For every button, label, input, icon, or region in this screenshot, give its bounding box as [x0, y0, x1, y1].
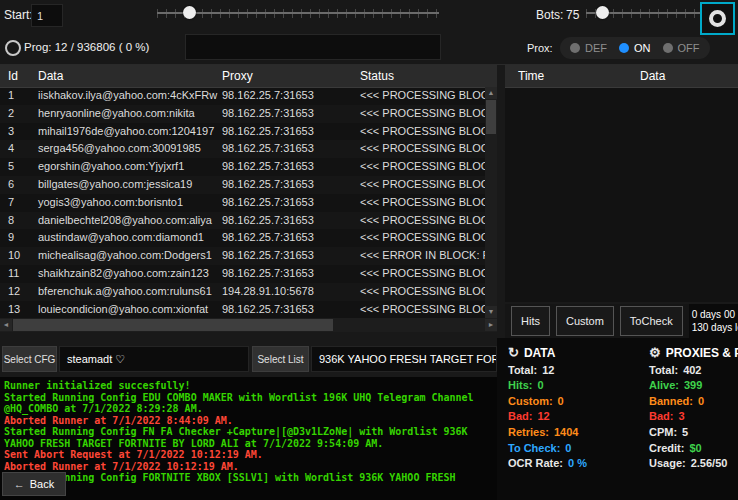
table-cell: 98.162.25.7:31653: [222, 265, 314, 283]
bots-slider-handle[interactable]: [596, 6, 609, 19]
wordlist-name-box: 936K YAHOO FRESH TARGET FORTNITE BY LORD…: [311, 346, 497, 372]
runner-window: Start: 1 Bots: 75 Prog: 12 / 936806 ( 0 …: [0, 0, 738, 500]
table-cell: 8: [8, 212, 14, 230]
back-arrow-icon: ←: [14, 478, 25, 490]
table-row[interactable]: 10michealisag@yahoo.com:Dodgers198.162.2…: [0, 247, 485, 265]
top-bar: Start: 1 Bots: 75 Prog: 12 / 936806 ( 0 …: [0, 0, 738, 65]
bots-slider[interactable]: [586, 6, 700, 20]
table-row[interactable]: 9austindaw@yahoo.com:diamond198.162.25.7…: [0, 229, 485, 247]
table-row[interactable]: 7yogis3@yahoo.com:borisnto198.162.25.7:3…: [0, 194, 485, 212]
timer-days-left: 130 days left: [692, 321, 738, 334]
stat-value: $0: [689, 442, 701, 454]
runner-settings-button[interactable]: [700, 2, 735, 35]
scroll-up-icon[interactable]: ▲: [485, 87, 497, 99]
proxy-mode-def[interactable]: DEF: [570, 42, 607, 54]
table-row[interactable]: 6billgates@yahoo.com:jessica1998.162.25.…: [0, 176, 485, 194]
table-cell: 98.162.25.7:31653: [222, 194, 314, 212]
stat-label: Total:: [649, 364, 678, 376]
scroll-down-icon[interactable]: ▼: [485, 306, 497, 318]
gear-icon: ⚙: [649, 345, 661, 360]
horizontal-scrollbar[interactable]: ◄ ►: [0, 318, 497, 332]
tab-custom[interactable]: Custom: [556, 306, 614, 336]
table-cell: 98.162.25.7:31653: [222, 176, 314, 194]
scrollbar-thumb[interactable]: [13, 319, 333, 331]
table-cell: henryaonline@yahoo.com:nikita: [38, 105, 195, 123]
stat-label: Alive:: [649, 379, 679, 391]
table-cell: 98.162.25.7:31653: [222, 229, 314, 247]
progress-radio-icon[interactable]: [5, 40, 21, 56]
table-row[interactable]: 5egorshin@yahoo.com:Yjyjxrf198.162.25.7:…: [0, 158, 485, 176]
table-cell: 6: [8, 176, 14, 194]
stat-row: To Check:0: [508, 442, 640, 454]
table-row[interactable]: 1iiskhakov.ilya@yahoo.com:4cKxFRw98.162.…: [0, 87, 485, 105]
table-cell: <<< PROCESSING BLOCK: [360, 87, 485, 105]
table-row[interactable]: 11shaikhzain82@yahoo.com:zain12398.162.2…: [0, 265, 485, 283]
select-cfg-button[interactable]: Select CFG: [2, 346, 57, 372]
tab-tocheck[interactable]: ToCheck: [620, 306, 683, 336]
col-proxy: Proxy: [222, 69, 253, 83]
table-cell: <<< PROCESSING BLOCK: [360, 176, 485, 194]
results-rows: 1iiskhakov.ilya@yahoo.com:4cKxFRw98.162.…: [0, 87, 485, 318]
table-cell: 7: [8, 194, 14, 212]
results-table: Id Data Proxy Status 1iiskhakov.ilya@yah…: [0, 65, 497, 332]
stat-value: 0: [698, 395, 704, 407]
start-slider[interactable]: [157, 6, 439, 20]
log-line: Aborted Runner at 7/1/2022 10:12:19 AM.: [4, 461, 493, 473]
data-stats-header: ↻ DATA: [508, 345, 640, 360]
table-cell: <<< PROCESSING BLOCK: [360, 158, 485, 176]
data-stats-title: DATA: [524, 346, 556, 360]
stat-value: 0: [565, 442, 571, 454]
table-row[interactable]: 13louiecondicion@yahoo.com:xionfat98.162…: [0, 301, 485, 318]
stat-row: Banned:0: [649, 395, 738, 407]
bots-label: Bots:: [536, 8, 563, 22]
stat-row: CPM:5: [649, 426, 738, 438]
log-line: Started Running Config FORTNITE XBOX [SS…: [4, 472, 493, 484]
stat-value: 12: [542, 364, 554, 376]
stat-value: 3: [678, 410, 684, 422]
table-cell: 9: [8, 229, 14, 247]
scroll-left-icon[interactable]: ◄: [0, 319, 12, 331]
hits-panel: Time Data: [505, 65, 738, 302]
table-row[interactable]: 4serga456@yahoo.com:3009198598.162.25.7:…: [0, 140, 485, 158]
stat-row: Bad:12: [508, 410, 640, 422]
start-input[interactable]: 1: [31, 4, 63, 27]
stat-row: Retries:1404: [508, 426, 640, 438]
table-cell: danielbechtel208@yahoo.com:aliya: [38, 212, 212, 230]
col-data: Data: [38, 69, 63, 83]
proxy-mode-toggle: DEF ON OFF: [560, 37, 710, 59]
proxy-stats-group: ⚙ PROXIES & P Total:402Alive:399Banned:0…: [649, 345, 738, 469]
table-row[interactable]: 12bferenchuk.a@yahoo.com:ruluns61194.28.…: [0, 283, 485, 301]
start-slider-handle[interactable]: [183, 6, 196, 19]
table-cell: <<< PROCESSING BLOCK: [360, 140, 485, 158]
log-line: Started Running Config FN FA Checker +Ca…: [4, 426, 493, 449]
stat-row: Hits:0: [508, 379, 640, 391]
tab-hits[interactable]: Hits: [511, 306, 550, 336]
select-list-button[interactable]: Select List: [252, 346, 309, 372]
table-cell: 1: [8, 87, 14, 105]
proxy-mode-label: OFF: [678, 42, 700, 54]
radio-dot-icon: [619, 43, 629, 53]
log-area: Runner initialized succesfully!Started R…: [0, 377, 497, 500]
table-row[interactable]: 8danielbechtel208@yahoo.com:aliya98.162.…: [0, 212, 485, 230]
table-cell: mihail1976de@yahoo.com:1204197: [38, 123, 214, 141]
log-line: Aborted Runner at 7/1/2022 8:44:09 AM.: [4, 415, 493, 427]
table-cell: 98.162.25.7:31653: [222, 105, 314, 123]
proxy-stats-header: ⚙ PROXIES & P: [649, 345, 738, 360]
table-cell: shaikhzain82@yahoo.com:zain123: [38, 265, 209, 283]
license-timer: 0 days 00 : 00 130 days left: [689, 304, 738, 338]
table-cell: 13: [8, 301, 20, 318]
table-row[interactable]: 3mihail1976de@yahoo.com:120419798.162.25…: [0, 123, 485, 141]
proxy-mode-on[interactable]: ON: [619, 42, 651, 54]
vertical-scrollbar[interactable]: ▲ ▼: [485, 87, 497, 318]
scroll-right-icon[interactable]: ►: [485, 319, 497, 331]
col-time: Time: [518, 69, 544, 83]
proxy-mode-off[interactable]: OFF: [663, 42, 700, 54]
data-stats-group: ↻ DATA Total:12Hits:0Custom:0Bad:12Retri…: [508, 345, 640, 469]
table-cell: <<< PROCESSING BLOCK: [360, 194, 485, 212]
table-cell: bferenchuk.a@yahoo.com:ruluns61: [38, 283, 212, 301]
table-row[interactable]: 2henryaonline@yahoo.com:nikita98.162.25.…: [0, 105, 485, 123]
back-button[interactable]: ← Back: [2, 472, 66, 496]
scrollbar-thumb[interactable]: [486, 100, 496, 134]
stat-value: 0 %: [568, 457, 587, 469]
prox-label: Prox:: [527, 42, 553, 54]
